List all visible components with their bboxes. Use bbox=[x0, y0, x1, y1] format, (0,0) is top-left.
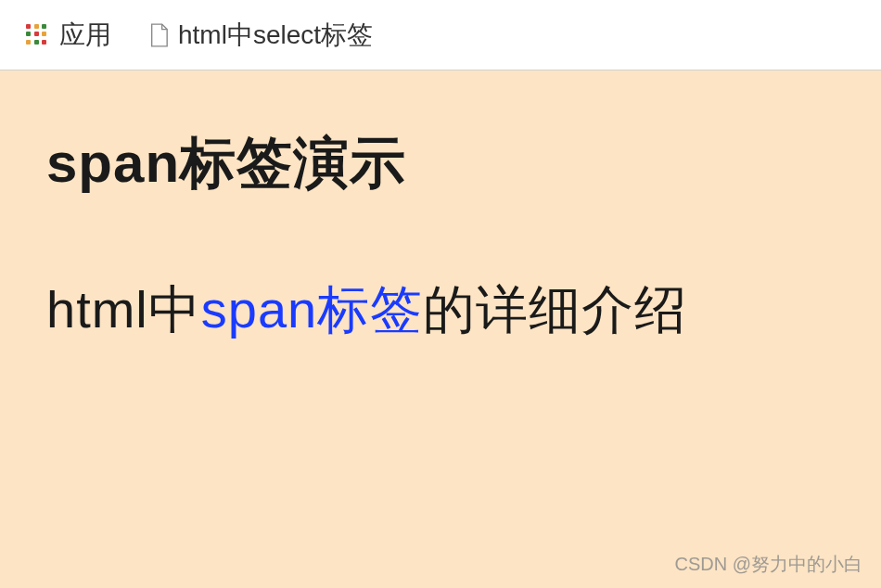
file-icon bbox=[148, 22, 169, 48]
apps-button[interactable]: 应用 bbox=[19, 14, 119, 57]
bookmark-label: html中select标签 bbox=[178, 18, 373, 53]
apps-grid-icon bbox=[26, 24, 48, 46]
paragraph-text-after: 的详细介绍 bbox=[423, 280, 687, 339]
watermark: CSDN @努力中的小白 bbox=[674, 552, 862, 577]
paragraph-text-before: html中 bbox=[46, 280, 201, 339]
apps-label: 应用 bbox=[59, 18, 111, 53]
bookmark-item[interactable]: html中select标签 bbox=[141, 14, 380, 57]
bookmark-bar: 应用 html中select标签 bbox=[0, 0, 881, 70]
page-content: span标签演示 html中span标签的详细介绍 bbox=[0, 70, 881, 588]
paragraph-highlight: span标签 bbox=[201, 280, 423, 339]
page-paragraph: html中span标签的详细介绍 bbox=[46, 275, 835, 346]
page-heading: span标签演示 bbox=[46, 126, 835, 201]
